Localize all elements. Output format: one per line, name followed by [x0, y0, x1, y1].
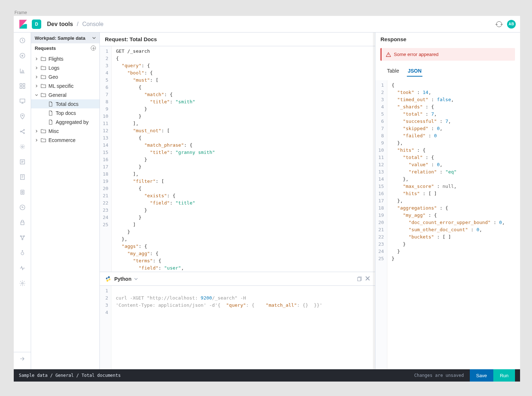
nav-recent-icon[interactable] [19, 37, 26, 44]
tree-label: General [48, 92, 67, 98]
tree-label: Misc [48, 128, 59, 134]
warning-icon [386, 52, 391, 57]
file-icon [48, 111, 54, 116]
tab-json[interactable]: JSON [407, 66, 422, 77]
folder-icon [41, 83, 46, 89]
python-panel: Python 1234 curl -XGET "http://localhost… [100, 272, 375, 369]
python-editor[interactable]: 1234 curl -XGET "http://localhost: 9200/… [100, 286, 375, 369]
tab-table[interactable]: Table [386, 66, 400, 77]
tree-label: Geo [48, 74, 58, 80]
breadcrumb-page: Console [82, 21, 103, 27]
svg-rect-3 [20, 83, 22, 85]
nav-infrastructure-icon[interactable] [19, 143, 26, 150]
main: Request: Total Docs 12345678910111213141… [100, 33, 520, 369]
response-tabs: Table JSON [375, 63, 520, 77]
svg-point-8 [22, 115, 23, 116]
sidebar: Workpad: Sample data Requests Flights Lo… [31, 33, 100, 369]
nav-apm-icon[interactable] [19, 173, 26, 181]
tree-label: Logs [48, 65, 59, 71]
collapse-nav-button[interactable] [14, 352, 31, 365]
svg-point-11 [24, 133, 25, 134]
svg-point-13 [20, 145, 25, 149]
response-panel: Response Some error appeared Table JSON … [375, 33, 520, 369]
response-title: Response [375, 33, 520, 46]
chevron-down-icon[interactable] [134, 277, 138, 281]
nav-ml-icon[interactable] [19, 128, 26, 135]
error-banner: Some error appeared [380, 48, 515, 61]
svg-point-12 [21, 146, 23, 148]
tree-item-total-docs[interactable]: Total docs [31, 99, 99, 108]
requests-header: Requests [31, 43, 99, 53]
nav-rail [14, 33, 31, 369]
tree-label: Flights [48, 56, 63, 62]
breadcrumb-app[interactable]: Dev tools [47, 21, 73, 27]
user-avatar[interactable]: AB [507, 20, 516, 29]
svg-point-10 [24, 129, 25, 130]
workpad-selector[interactable]: Workpad: Sample data [31, 33, 99, 43]
tree-item-aggregated-by[interactable]: Aggregated by [31, 117, 99, 126]
svg-rect-23 [358, 277, 361, 281]
svg-point-21 [21, 252, 24, 255]
tree-label: Aggregated by [56, 119, 89, 125]
requests-tree: Flights Logs Geo ML specific [31, 53, 99, 146]
copy-icon[interactable] [356, 276, 362, 281]
kibana-logo[interactable] [18, 19, 28, 29]
svg-point-22 [21, 283, 23, 284]
request-editor[interactable]: 1234567891011121314151617181920212223242… [100, 46, 375, 272]
close-icon[interactable] [365, 276, 370, 281]
request-panel: Request: Total Docs 12345678910111213141… [100, 33, 375, 369]
nav-discover-icon[interactable] [19, 52, 26, 59]
tree-folder-misc[interactable]: Misc [31, 126, 99, 135]
response-gutter: 1234567891011121314151617181920212223242… [375, 80, 387, 369]
body: Workpad: Sample data Requests Flights Lo… [14, 33, 520, 369]
run-button[interactable]: Run [493, 369, 515, 382]
request-gutter: 1234567891011121314151617181920212223242… [100, 46, 112, 272]
folder-icon [41, 74, 46, 79]
folder-icon [41, 129, 46, 134]
nav-dashboard-icon[interactable] [19, 82, 26, 90]
nav-canvas-icon[interactable] [19, 98, 26, 105]
nav-uptime-icon[interactable] [19, 189, 26, 196]
fullscreen-icon[interactable] [496, 21, 502, 27]
svg-point-20 [22, 239, 23, 240]
python-gutter: 1234 [100, 286, 111, 369]
python-code[interactable]: curl -XGET "http://localhost: 9200/_sear… [111, 286, 327, 369]
error-text: Some error appeared [394, 52, 439, 57]
footer-path: Sample data / General / Total documents [19, 373, 121, 378]
tree-folder-flights[interactable]: Flights [31, 54, 99, 63]
nav-visualize-icon[interactable] [19, 67, 26, 74]
save-button[interactable]: Save [470, 369, 494, 382]
tree-folder-general[interactable]: General [31, 90, 99, 99]
nav-monitoring-icon[interactable] [19, 264, 26, 272]
request-code[interactable]: GET /_search{ "query": { "bool": { "must… [112, 46, 220, 272]
tree-folder-logs[interactable]: Logs [31, 63, 99, 72]
nav-siem-icon[interactable] [19, 204, 26, 211]
folder-icon [41, 92, 46, 98]
tree-item-top-docs[interactable]: Top docs [31, 108, 99, 117]
breadcrumb: Dev tools / Console [47, 21, 103, 27]
tree-folder-ml[interactable]: ML specific [31, 81, 99, 90]
python-header: Python [100, 272, 375, 286]
nav-management-icon[interactable] [19, 280, 26, 287]
svg-rect-7 [20, 99, 25, 102]
response-editor[interactable]: 1234567891011121314151617181920212223242… [375, 80, 520, 369]
nav-logs-icon[interactable] [19, 158, 26, 165]
add-request-button[interactable] [91, 46, 96, 51]
tree-folder-geo[interactable]: Geo [31, 72, 99, 81]
svg-rect-15 [20, 175, 24, 180]
nav-devtools-icon[interactable] [19, 249, 26, 257]
tree-folder-ecommerce[interactable]: Ecommerce [31, 135, 99, 145]
folder-icon [41, 138, 46, 143]
python-title[interactable]: Python [114, 276, 131, 282]
space-badge[interactable]: D [32, 20, 41, 29]
nav-security-icon[interactable] [19, 219, 26, 226]
nav-graph-icon[interactable] [19, 234, 26, 241]
nav-maps-icon[interactable] [19, 113, 26, 120]
svg-rect-4 [23, 83, 25, 85]
breadcrumb-separator: / [77, 21, 78, 27]
tree-label: Total docs [56, 101, 78, 107]
folder-icon [41, 65, 46, 70]
svg-rect-17 [21, 222, 24, 225]
requests-label: Requests [35, 46, 56, 51]
response-code[interactable]: { "took" : 14, "timed_out" : false, "_sh… [387, 80, 509, 369]
